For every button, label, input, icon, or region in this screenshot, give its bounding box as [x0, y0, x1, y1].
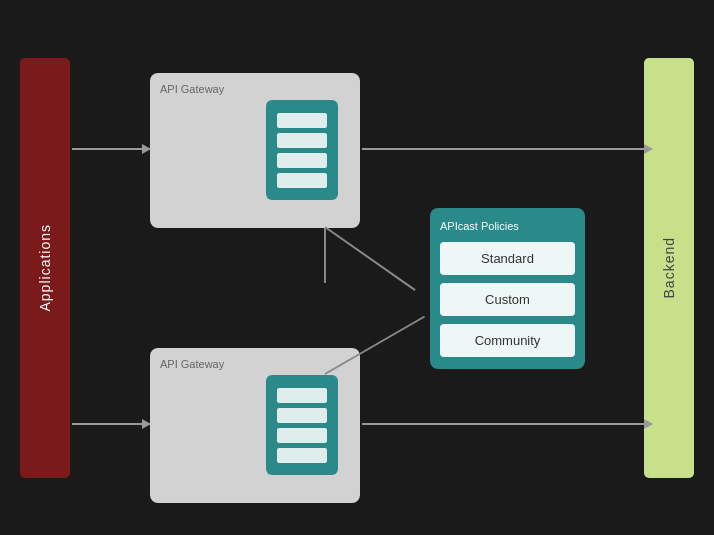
applications-label: Applications — [37, 224, 53, 312]
connector-diag-bottom — [325, 315, 426, 374]
card-row-b1 — [277, 388, 326, 403]
arrow-top-out — [362, 148, 652, 150]
diagram: Applications Backend API Gateway APIcast… — [10, 13, 704, 523]
gateway-bottom-card-stack — [266, 375, 338, 475]
arrow-bottom-out-head — [644, 419, 653, 429]
gateway-bottom-label: API Gateway — [160, 358, 350, 370]
arrow-bottom-in-head — [142, 419, 151, 429]
card-row-b3 — [277, 428, 326, 443]
card-row-1 — [277, 113, 326, 128]
policy-item-custom: Custom — [440, 283, 575, 316]
backend-bar: Backend — [644, 58, 694, 478]
gateway-top-card-stack — [266, 100, 338, 200]
card-row-b4 — [277, 448, 326, 463]
connector-top — [324, 228, 326, 283]
card-row-3 — [277, 153, 326, 168]
card-row-b2 — [277, 408, 326, 423]
card-row-2 — [277, 133, 326, 148]
policies-title: APIcast Policies — [440, 220, 575, 232]
arrow-bottom-out — [362, 423, 652, 425]
policy-item-community: Community — [440, 324, 575, 357]
policies-panel: APIcast Policies Standard Custom Communi… — [430, 208, 585, 369]
arrow-bottom-in — [72, 423, 150, 425]
applications-bar: Applications — [20, 58, 70, 478]
arrow-top-out-head — [644, 144, 653, 154]
gateway-top-box: API Gateway — [150, 73, 360, 228]
policy-item-standard: Standard — [440, 242, 575, 275]
backend-label: Backend — [661, 237, 677, 298]
arrow-top-in-head — [142, 144, 151, 154]
arrow-top-in — [72, 148, 150, 150]
card-row-4 — [277, 173, 326, 188]
gateway-top-label: API Gateway — [160, 83, 350, 95]
connector-diag-top — [324, 226, 415, 291]
